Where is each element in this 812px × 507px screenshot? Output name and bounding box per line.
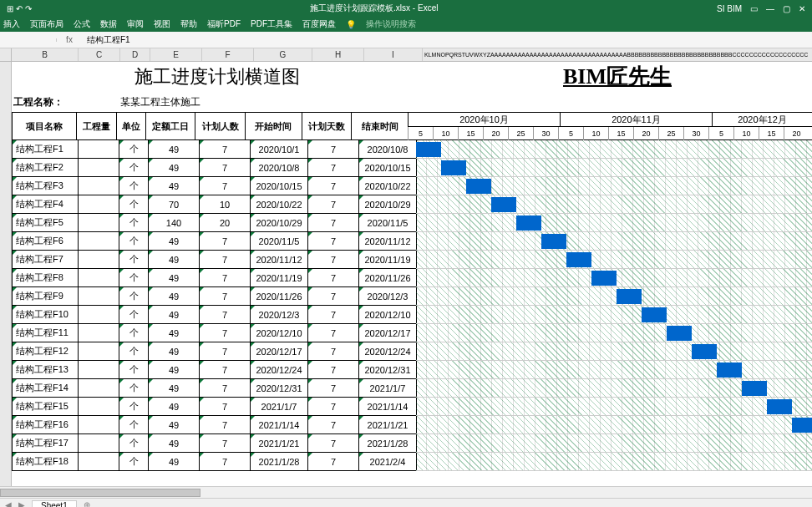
data-cell[interactable] xyxy=(78,269,119,287)
data-cell[interactable]: 2020/12/3 xyxy=(250,306,308,324)
data-cell[interactable]: 7 xyxy=(307,306,359,324)
data-cell[interactable]: 结构工程F7 xyxy=(12,251,79,269)
ribbon-tab[interactable]: 公式 xyxy=(74,18,90,30)
data-cell[interactable]: 2020/10/8 xyxy=(358,140,417,159)
data-cell[interactable]: 2020/11/19 xyxy=(250,269,308,287)
table-row[interactable]: 结构工程F4个70102020/10/2272020/10/29 xyxy=(12,195,812,214)
data-cell[interactable]: 7 xyxy=(307,324,359,342)
tab-nav-last-icon[interactable]: ▶ xyxy=(18,500,25,507)
ribbon-tab[interactable]: 页面布局 xyxy=(30,18,63,30)
col-header[interactable]: G xyxy=(254,48,312,61)
data-cell[interactable]: 49 xyxy=(148,324,200,342)
data-cell[interactable]: 2020/12/10 xyxy=(358,306,417,324)
ribbon-tab[interactable]: 百度网盘 xyxy=(302,18,336,30)
data-cell[interactable]: 7 xyxy=(307,232,359,251)
table-row[interactable]: 结构工程F7个4972020/11/1272020/11/19 xyxy=(12,251,812,269)
data-cell[interactable]: 2020/11/5 xyxy=(250,232,308,251)
data-cell[interactable]: 7 xyxy=(307,214,359,232)
data-cell[interactable]: 结构工程F4 xyxy=(12,195,79,214)
data-cell[interactable]: 个 xyxy=(119,232,149,251)
row-headers[interactable] xyxy=(0,62,12,486)
formula-input[interactable]: 结构工程F1 xyxy=(82,33,812,48)
data-cell[interactable]: 2020/12/10 xyxy=(250,324,308,342)
data-cell[interactable]: 2020/10/8 xyxy=(250,159,308,177)
data-cell[interactable]: 结构工程F3 xyxy=(12,177,79,195)
data-cell[interactable]: 个 xyxy=(119,306,149,324)
data-cell[interactable]: 结构工程F6 xyxy=(12,232,79,251)
select-all-corner[interactable] xyxy=(0,48,12,61)
data-cell[interactable]: 2021/1/21 xyxy=(358,416,417,434)
data-cell[interactable] xyxy=(78,324,119,342)
data-cell[interactable]: 7 xyxy=(307,195,359,214)
data-cell[interactable]: 结构工程F1 xyxy=(12,140,79,159)
data-cell[interactable]: 2021/1/7 xyxy=(250,398,308,416)
data-cell[interactable]: 49 xyxy=(148,232,200,251)
col-header[interactable]: H xyxy=(312,48,364,61)
data-cell[interactable]: 7 xyxy=(307,342,359,361)
col-header[interactable]: F xyxy=(202,48,254,61)
data-cell[interactable]: 个 xyxy=(119,214,149,232)
data-cell[interactable]: 结构工程F2 xyxy=(12,159,79,177)
table-row[interactable]: 结构工程F18个4972021/1/2872021/2/4 xyxy=(12,453,812,471)
data-cell[interactable]: 7 xyxy=(199,434,251,453)
table-row[interactable]: 结构工程F8个4972020/11/1972020/11/26 xyxy=(12,269,812,287)
scrollbar-horizontal[interactable] xyxy=(0,486,812,498)
col-header[interactable]: I xyxy=(364,48,423,61)
table-row[interactable]: 结构工程F6个4972020/11/572020/11/12 xyxy=(12,232,812,251)
data-cell[interactable]: 7 xyxy=(307,140,359,159)
data-cell[interactable]: 49 xyxy=(148,306,200,324)
data-cell[interactable]: 2020/10/15 xyxy=(358,159,417,177)
data-cell[interactable]: 2021/1/14 xyxy=(358,398,417,416)
dense-col-headers[interactable]: KLMNOPQRSTUVWXYZAAAAAAAAAAAAAAAAAAAAAAAA… xyxy=(423,48,812,61)
data-cell[interactable]: 49 xyxy=(148,416,200,434)
data-cell[interactable]: 2020/10/22 xyxy=(250,195,308,214)
data-cell[interactable]: 7 xyxy=(199,361,251,379)
data-cell[interactable]: 49 xyxy=(148,287,200,306)
col-header[interactable]: D xyxy=(120,48,150,61)
data-cell[interactable]: 2020/10/29 xyxy=(358,195,417,214)
data-cell[interactable]: 2020/12/31 xyxy=(358,361,417,379)
ribbon-tab[interactable]: 帮助 xyxy=(180,18,197,30)
data-cell[interactable]: 2021/1/14 xyxy=(250,416,308,434)
data-cell[interactable]: 个 xyxy=(119,269,149,287)
data-cell[interactable]: 2020/10/22 xyxy=(358,177,417,195)
data-cell[interactable]: 个 xyxy=(119,324,149,342)
data-cell[interactable]: 7 xyxy=(199,342,251,361)
col-header[interactable]: B xyxy=(12,48,79,61)
table-row[interactable]: 结构工程F13个4972020/12/2472020/12/31 xyxy=(12,361,812,379)
data-cell[interactable]: 结构工程F11 xyxy=(12,324,79,342)
data-cell[interactable]: 2020/10/29 xyxy=(250,214,308,232)
add-sheet-icon[interactable]: ⊕ xyxy=(84,500,90,507)
data-cell[interactable]: 2020/11/5 xyxy=(358,214,417,232)
data-cell[interactable]: 7 xyxy=(199,306,251,324)
table-row[interactable]: 结构工程F5个140202020/10/2972020/11/5 xyxy=(12,214,812,232)
data-cell[interactable] xyxy=(78,379,119,398)
table-row[interactable]: 结构工程F2个4972020/10/872020/10/15 xyxy=(12,159,812,177)
data-cell[interactable]: 结构工程F9 xyxy=(12,287,79,306)
data-cell[interactable] xyxy=(78,342,119,361)
data-cell[interactable]: 2021/2/4 xyxy=(358,453,417,471)
data-cell[interactable]: 2020/11/26 xyxy=(358,269,417,287)
data-cell[interactable]: 2020/11/19 xyxy=(358,251,417,269)
data-cell[interactable] xyxy=(78,306,119,324)
data-cell[interactable]: 7 xyxy=(199,416,251,434)
data-cell[interactable]: 个 xyxy=(119,379,149,398)
minimize-icon[interactable]: — xyxy=(766,4,774,13)
data-cell[interactable] xyxy=(78,251,119,269)
data-cell[interactable]: 7 xyxy=(307,287,359,306)
scroll-thumb[interactable] xyxy=(0,489,200,497)
data-cell[interactable]: 个 xyxy=(119,342,149,361)
data-cell[interactable]: 49 xyxy=(148,140,200,159)
data-cell[interactable]: 49 xyxy=(148,177,200,195)
data-cell[interactable]: 2020/12/17 xyxy=(250,342,308,361)
data-cell[interactable]: 2021/1/7 xyxy=(358,379,417,398)
sheet-tab[interactable]: Sheet1 xyxy=(32,500,77,508)
data-cell[interactable]: 7 xyxy=(307,398,359,416)
col-header[interactable]: E xyxy=(150,48,202,61)
table-row[interactable]: 结构工程F11个4972020/12/1072020/12/17 xyxy=(12,324,812,342)
data-cell[interactable] xyxy=(78,434,119,453)
data-cell[interactable]: 2020/11/26 xyxy=(250,287,308,306)
data-cell[interactable]: 个 xyxy=(119,434,149,453)
data-cell[interactable]: 7 xyxy=(199,140,251,159)
data-cell[interactable] xyxy=(78,416,119,434)
